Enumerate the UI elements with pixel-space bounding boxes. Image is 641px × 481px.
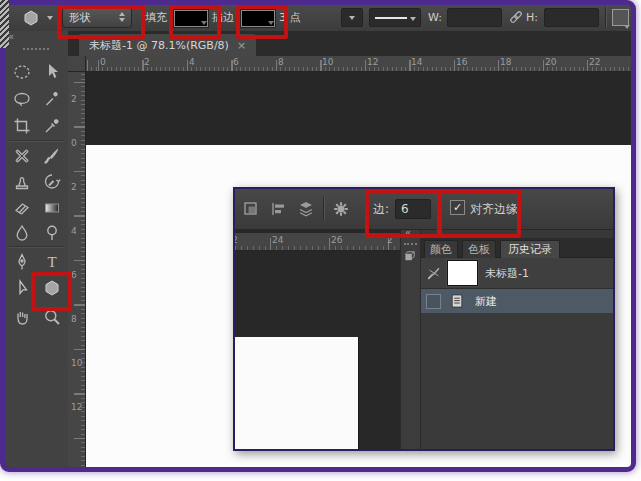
select-arrows-icon xyxy=(119,12,125,22)
docked-panel-icon[interactable] xyxy=(403,249,419,265)
ruler-number: 24 xyxy=(272,235,283,245)
ruler-number: 16 xyxy=(456,57,467,67)
ruler-number: 2 xyxy=(71,182,77,192)
height-label: H: xyxy=(526,11,538,25)
document-tab-close-icon[interactable]: × xyxy=(237,39,246,52)
inset-collapse-button[interactable]: « xyxy=(405,227,411,238)
annotated-screenshot: 形状 填充 描边 3 点 W: H: xyxy=(0,0,641,481)
type-tool[interactable] xyxy=(40,250,64,274)
history-empty-area xyxy=(421,313,613,449)
pen-tool[interactable] xyxy=(10,250,34,274)
gradient-tool[interactable] xyxy=(40,196,64,220)
crop-tool[interactable] xyxy=(10,114,34,138)
ruler-number: 0 xyxy=(100,57,106,67)
vertical-ruler[interactable]: 2 0 2 4 6 8 10 12 xyxy=(68,72,86,467)
ruler-number: 14 xyxy=(411,57,422,67)
elliptical-marquee-tool[interactable] xyxy=(10,60,34,84)
align-edges-checkbox[interactable]: ✓ xyxy=(450,200,465,215)
inset-options-bar: 边: 6 ✓ 对齐边缘 xyxy=(235,189,613,230)
photoshop-window: 形状 填充 描边 3 点 W: H: xyxy=(0,0,636,472)
history-snapshot-row[interactable]: 未标题-1 xyxy=(421,258,613,289)
ruler-number: 20 xyxy=(545,57,556,67)
ruler-number: 6 xyxy=(71,270,77,280)
ruler-number: 8 xyxy=(71,314,77,324)
tab-history[interactable]: 历史记录 xyxy=(500,240,560,258)
inset-dock-strip: « xyxy=(400,230,421,449)
eraser-tool[interactable] xyxy=(10,196,34,220)
polygon-tool-preset-icon[interactable] xyxy=(21,8,41,28)
height-input[interactable] xyxy=(544,8,599,27)
ruler-number: 2 xyxy=(235,235,238,245)
inset-panel-group: 颜色 色板 历史记录 未标题-1 新建 xyxy=(421,230,613,449)
ruler-number: 26 xyxy=(331,235,342,245)
magic-wand-tool[interactable] xyxy=(40,87,64,111)
inset-horizontal-ruler: 2 24 26 2 xyxy=(235,233,400,251)
clone-stamp-tool[interactable] xyxy=(10,170,34,194)
torn-edge-artifact xyxy=(0,0,9,48)
tool-mode-select[interactable]: 形状 xyxy=(62,7,132,28)
ruler-number: 2 xyxy=(71,94,77,104)
tab-color[interactable]: 颜色 xyxy=(424,240,458,258)
document-tab[interactable]: 未标题-1 @ 78.1%(RGB/8) × xyxy=(78,33,257,57)
ruler-number: 2 xyxy=(144,57,150,67)
fill-swatch-caret-icon xyxy=(201,21,207,25)
ruler-number: 12 xyxy=(71,402,82,412)
horizontal-ruler[interactable]: 0 2 4 6 8 10 12 14 16 18 20 22 xyxy=(86,56,631,72)
history-source-icon[interactable] xyxy=(426,265,442,281)
ruler-number: 22 xyxy=(589,57,600,67)
options-separator xyxy=(605,7,607,28)
stroke-swatch-caret-icon xyxy=(268,21,274,25)
history-brush-tool[interactable] xyxy=(40,170,64,194)
path-arrangement-icon[interactable] xyxy=(296,199,316,219)
stroke-style-select[interactable] xyxy=(369,8,421,27)
ruler-number: 8 xyxy=(278,57,284,67)
tab-swatches[interactable]: 色板 xyxy=(462,240,496,258)
path-selection-tool[interactable] xyxy=(10,276,34,300)
sides-input[interactable]: 6 xyxy=(395,199,431,219)
lasso-tool[interactable] xyxy=(10,87,34,111)
width-input[interactable] xyxy=(447,8,502,27)
ruler-number: 4 xyxy=(71,226,77,236)
inset-separator xyxy=(323,197,325,221)
move-tool[interactable] xyxy=(40,60,64,84)
tools-grip-handle[interactable] xyxy=(23,48,49,50)
tools-divider xyxy=(9,140,64,142)
stroke-style-line-preview xyxy=(375,17,407,19)
width-label: W: xyxy=(428,11,442,25)
document-tab-title: 未标题-1 @ 78.1%(RGB/8) xyxy=(89,38,229,53)
path-operations-button[interactable] xyxy=(612,9,629,26)
history-source-checkbox[interactable] xyxy=(426,294,441,309)
ruler-number: 6 xyxy=(233,57,239,67)
tool-preset-caret-icon[interactable] xyxy=(47,16,53,20)
path-alignment-icon[interactable] xyxy=(268,199,288,219)
healing-brush-tool[interactable] xyxy=(10,144,34,168)
history-step-row-selected[interactable]: 新建 xyxy=(421,289,613,313)
dodge-tool[interactable] xyxy=(40,221,64,245)
tool-mode-value: 形状 xyxy=(69,10,91,25)
ruler-number: 10 xyxy=(322,57,333,67)
fill-swatch[interactable] xyxy=(174,10,208,27)
stroke-swatch[interactable] xyxy=(241,10,275,27)
geometry-settings-gear-icon[interactable] xyxy=(331,199,351,219)
history-panel: 未标题-1 新建 xyxy=(421,258,613,449)
inset-dock-grip[interactable] xyxy=(404,243,417,245)
stroke-style-caret-icon xyxy=(410,17,416,21)
panel-tab-row: 颜色 色板 历史记录 xyxy=(421,238,613,258)
stroke-width-value[interactable]: 3 点 xyxy=(279,11,301,25)
snapshot-thumbnail[interactable] xyxy=(447,260,478,286)
polygon-shape-tool[interactable] xyxy=(40,276,64,300)
document-tab-bar: 未标题-1 @ 78.1%(RGB/8) × xyxy=(68,31,631,57)
hand-tool[interactable] xyxy=(10,305,34,329)
inset-screenshot: 边: 6 ✓ 对齐边缘 2 24 26 2 « xyxy=(233,187,615,451)
brush-tool[interactable] xyxy=(40,144,64,168)
ruler-number: 4 xyxy=(189,57,195,67)
blur-tool[interactable] xyxy=(10,221,34,245)
stroke-width-dropdown[interactable] xyxy=(341,8,363,27)
align-edges-label: 对齐边缘 xyxy=(470,202,518,216)
ruler-number: 12 xyxy=(367,57,378,67)
link-dimensions-icon[interactable] xyxy=(507,8,525,26)
eyedropper-tool[interactable] xyxy=(40,114,64,138)
path-operations-icon[interactable] xyxy=(241,199,261,219)
zoom-tool[interactable] xyxy=(40,305,64,329)
stroke-label: 描边 xyxy=(212,11,234,25)
